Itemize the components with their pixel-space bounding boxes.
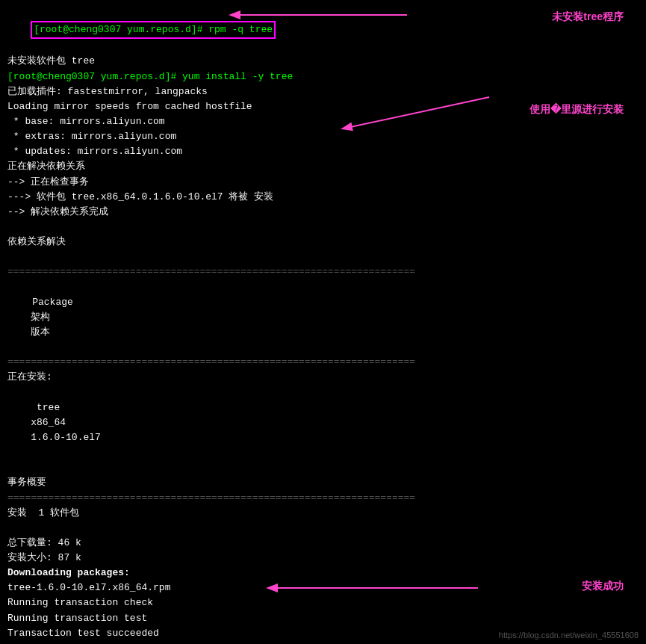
pkg-name: tree — [31, 400, 240, 415]
blank-2 — [7, 250, 639, 264]
table-header-row: Package 架构 版本 — [7, 280, 639, 356]
running-test: Running transaction test — [7, 611, 639, 626]
arrow-3 — [261, 569, 485, 607]
col-ver: 版本 — [31, 326, 50, 338]
section-summary: 事务概要 — [7, 475, 639, 490]
total-download: 总下载量: 46 k — [7, 536, 639, 551]
svg-line-3 — [344, 97, 489, 129]
annotation-3: 安装成功 — [582, 580, 624, 593]
line-12: --> 解决依赖关系完成 — [7, 205, 639, 220]
blank-4 — [7, 521, 639, 536]
footer-url: https://blog.csdn.net/weixin_45551608 — [499, 631, 639, 640]
line-9: 正在解决依赖关系 — [7, 159, 639, 174]
running-trans: Running transaction — [7, 641, 639, 644]
blank-3 — [7, 460, 639, 475]
pkg-ver: 1.6.0-10.el7 — [31, 432, 101, 443]
dashes-3: ========================================… — [7, 491, 639, 506]
arrow-2 — [299, 90, 493, 134]
line-8: * updates: mirrors.aliyun.com — [7, 144, 639, 159]
line-11: ---> 软件包 tree.x86_64.0.1.6.0-10.el7 将被 安… — [7, 190, 639, 205]
annotation-2: 使用�里源进行安装 — [529, 103, 624, 117]
col-arch: 架构 — [31, 310, 180, 325]
annotation-1: 未安装tree程序 — [552, 10, 624, 24]
install-size: 安装大小: 87 k — [7, 551, 639, 566]
col-package: Package — [31, 295, 240, 310]
arrow-1 — [224, 4, 411, 41]
dashes-2: ========================================… — [7, 355, 639, 370]
dashes-1: ========================================… — [7, 264, 639, 279]
install-count: 安装 1 软件包 — [7, 506, 639, 521]
line-cmd2: [root@cheng0307 yum.repos.d]# yum instal… — [7, 69, 639, 84]
pkg-arch: x86_64 — [31, 415, 180, 430]
section-installing: 正在安装: — [7, 370, 639, 385]
line-2: 未安装软件包 tree — [7, 54, 639, 69]
blank-1 — [7, 220, 639, 235]
line-10: --> 正在检查事务 — [7, 175, 639, 190]
line-dep: 依赖关系解决 — [7, 235, 639, 250]
terminal: [root@cheng0307 yum.repos.d]# rpm -q tre… — [0, 0, 646, 644]
pkg-row: tree x86_64 1.6.0-10.el7 — [7, 386, 639, 461]
